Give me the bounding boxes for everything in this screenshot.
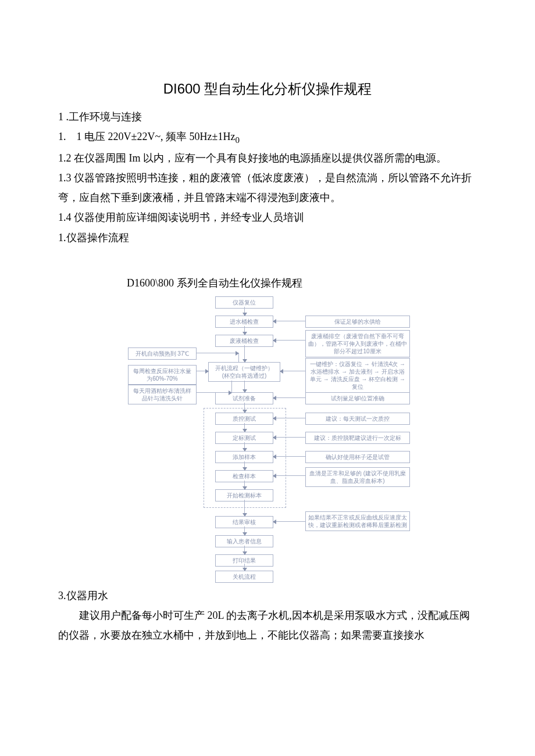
note-cup-tube: 确认好使用杯子还是试管: [305, 451, 410, 463]
connector: [244, 526, 245, 535]
node-startup: 开机流程（一键维护） (杯空白将选通过): [208, 362, 280, 382]
section-3-p1: 建议用户配备每小时可生产 20L 的去离子水机,因本机是采用泵吸水方式，没配减压…: [58, 605, 477, 645]
section-3-heading: 3.仪器用水: [58, 586, 477, 605]
connector: [244, 326, 245, 335]
connector: [244, 423, 245, 432]
connector: [238, 353, 239, 362]
connector: [244, 442, 245, 451]
connector: [273, 521, 305, 522]
connector: [273, 475, 305, 476]
connector: [273, 397, 305, 398]
note-serum: 血清是正常和足够的 (建议不使用乳糜血、脂血及溶血标本): [305, 467, 410, 487]
document-title: DI600 型自动生化分析仪操作规程: [58, 76, 477, 102]
note-preheat: 开机自动预热到 37℃: [128, 347, 197, 360]
flowchart-container: 仪器复位 进水桶检查 废液桶检查 开机流程（一键维护） (杯空白将选通过) 试剂…: [58, 296, 477, 581]
flowchart-title: D1600\800 系列全自动生化仪操作规程: [127, 273, 477, 293]
note-waste-empty: 废液桶排空（废液管自然下垂不可弯曲），管路不可伸入到废液中，在桶中部分不超过10…: [305, 330, 410, 357]
connector: [244, 546, 245, 554]
connector: [197, 392, 231, 393]
section-1-5: 1.仪器操作流程: [58, 228, 477, 248]
section-1-4: 1.4 仪器使用前应详细阅读说明书，并经专业人员培训: [58, 207, 477, 227]
section-1-2: 1.2 在仪器周围 Im 以内，应有一个具有良好接地的电源插座以提供仪器所需的电…: [58, 148, 477, 168]
note-recalib: 建议：质控脱靶建议进行一次定标: [305, 432, 410, 444]
document-page: DI600 型自动生化分析仪操作规程 1 .工作环境与连接 1. 1 电压 22…: [0, 0, 535, 669]
connector: [244, 500, 245, 516]
connector: [244, 381, 245, 392]
section-1-3: 1.3 仪器管路按照明书连接，粗的废液管（低浓度废液），是自然流淌，所以管路不允…: [58, 168, 477, 207]
connector: [273, 321, 305, 321]
connector: [244, 307, 245, 316]
connector: [273, 456, 305, 457]
node-shutdown: 关机流程: [215, 571, 273, 583]
connector: [231, 381, 232, 392]
connector: [197, 371, 208, 371]
connector: [273, 437, 305, 438]
connector: [280, 371, 305, 371]
subscript: 0: [235, 135, 240, 144]
text: 1. 1 电压 220V±22V~, 频率 50Hz±1Hz: [58, 131, 235, 142]
connector: [273, 418, 305, 418]
connector: [244, 345, 245, 362]
note-water-supply: 保证足够的水供给: [305, 316, 410, 328]
note-qc-daily: 建议：每天测试一次质控: [305, 413, 410, 425]
connector: [197, 353, 238, 353]
connector: [244, 461, 245, 470]
section-1-1: 1. 1 电压 220V±22V~, 频率 50Hz±1Hz0: [58, 127, 477, 148]
flowchart: 仪器复位 进水桶检查 废液桶检查 开机流程（一键维护） (杯空白将选通过) 试剂…: [110, 296, 425, 581]
note-one-key: 一键维护：仪器复位 → 针清洗4次 → 水浴槽排水 → 加去液剂 → 开启水浴单…: [305, 358, 410, 393]
connector: [273, 340, 305, 341]
connector: [244, 403, 245, 413]
note-clean: 每天用酒精纱布清洗样品针与清洗头针: [128, 385, 197, 404]
section-1-heading: 1 .工作环境与连接: [58, 107, 477, 127]
connector: [244, 564, 245, 571]
connector: [244, 481, 245, 489]
note-cup-water: 每周检查反应杯注水量为60%-70%: [128, 365, 197, 385]
note-reagent-ok: 试剂量足够\位置准确: [305, 392, 410, 404]
note-abnormal: 如果结果不正常或反应曲线反应速度太快，建议重新检测或者稀释后重新检测: [305, 511, 410, 531]
